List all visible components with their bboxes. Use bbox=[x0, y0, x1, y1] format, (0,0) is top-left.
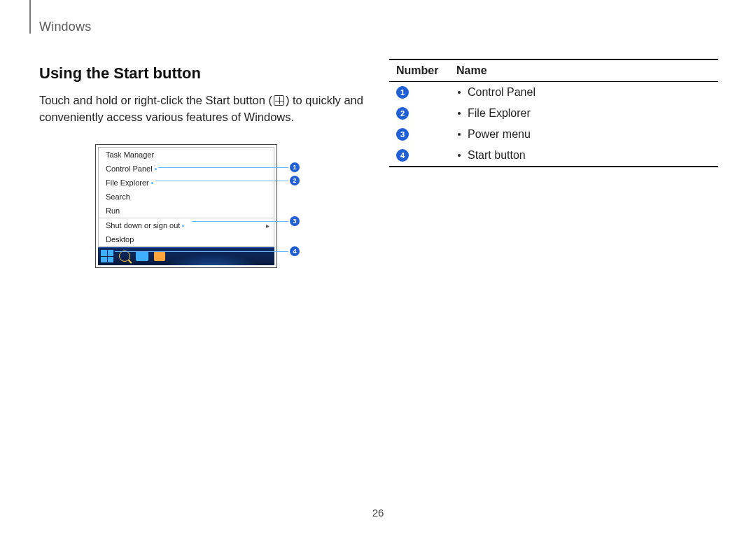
menu-item-run: Run bbox=[99, 204, 274, 218]
row-name: Control Panel bbox=[468, 86, 536, 98]
bullet-icon bbox=[458, 91, 461, 94]
menu-item-desktop: Desktop bbox=[99, 232, 274, 246]
windows-start-icon bbox=[274, 95, 284, 106]
table-row: 2 File Explorer bbox=[389, 103, 718, 124]
leader-line bbox=[158, 167, 288, 168]
number-badge: 4 bbox=[396, 149, 409, 162]
number-badge: 2 bbox=[396, 107, 409, 120]
taskbar-background bbox=[171, 248, 274, 265]
table-header-name: Name bbox=[456, 64, 715, 77]
row-name: Power menu bbox=[468, 128, 531, 140]
menu-item-file-explorer: File Explorer bbox=[99, 176, 274, 190]
bullet-icon bbox=[458, 112, 461, 115]
callout-badge-2: 2 bbox=[290, 176, 300, 185]
callout-badge-3: 3 bbox=[290, 216, 300, 226]
number-badge: 1 bbox=[396, 86, 409, 99]
callout-dot bbox=[182, 225, 184, 227]
callout-dot bbox=[155, 168, 157, 170]
menu-item-control-panel: Control Panel bbox=[99, 162, 274, 176]
leader-line bbox=[155, 181, 288, 181]
taskbar-app-icon bbox=[136, 251, 148, 261]
row-name: Start button bbox=[468, 149, 526, 161]
chevron-right-icon: ▸ bbox=[266, 222, 270, 230]
intro-paragraph: Touch and hold or right-click the Start … bbox=[39, 92, 368, 126]
subsection-heading: Using the Start button bbox=[39, 64, 368, 83]
table-row: 1 Control Panel bbox=[389, 82, 718, 103]
start-context-menu: Task Manager Control Panel File Explorer… bbox=[98, 147, 274, 247]
start-menu-figure: Task Manager Control Panel File Explorer… bbox=[95, 144, 312, 268]
para-text-before: Touch and hold or right-click the Start … bbox=[39, 94, 272, 106]
table-header-row: Number Name bbox=[389, 60, 718, 82]
leader-line bbox=[115, 251, 288, 252]
bullet-icon bbox=[458, 133, 461, 136]
callout-badge-4: 4 bbox=[290, 246, 300, 256]
table-row: 4 Start button bbox=[389, 145, 718, 166]
taskbar-app-icon bbox=[154, 251, 165, 261]
header-rule bbox=[29, 0, 31, 34]
taskbar-search-icon bbox=[119, 251, 130, 262]
table-header-number: Number bbox=[392, 64, 456, 77]
callout-badge-1: 1 bbox=[290, 162, 300, 172]
callout-dot bbox=[151, 182, 153, 184]
menu-item-search: Search bbox=[99, 190, 274, 204]
start-button-icon bbox=[101, 250, 113, 262]
bullet-icon bbox=[458, 154, 461, 157]
table-row: 3 Power menu bbox=[389, 124, 718, 145]
page-number: 26 bbox=[0, 507, 756, 519]
section-title: Windows bbox=[39, 20, 91, 34]
reference-table: Number Name 1 Control Panel 2 File Explo… bbox=[389, 59, 718, 167]
menu-item-task-manager: Task Manager bbox=[99, 148, 274, 162]
number-badge: 3 bbox=[396, 128, 409, 141]
taskbar bbox=[98, 247, 274, 265]
menu-item-shutdown: Shut down or sign out ▸ bbox=[99, 218, 274, 232]
row-name: File Explorer bbox=[468, 107, 531, 119]
leader-line bbox=[192, 221, 288, 222]
